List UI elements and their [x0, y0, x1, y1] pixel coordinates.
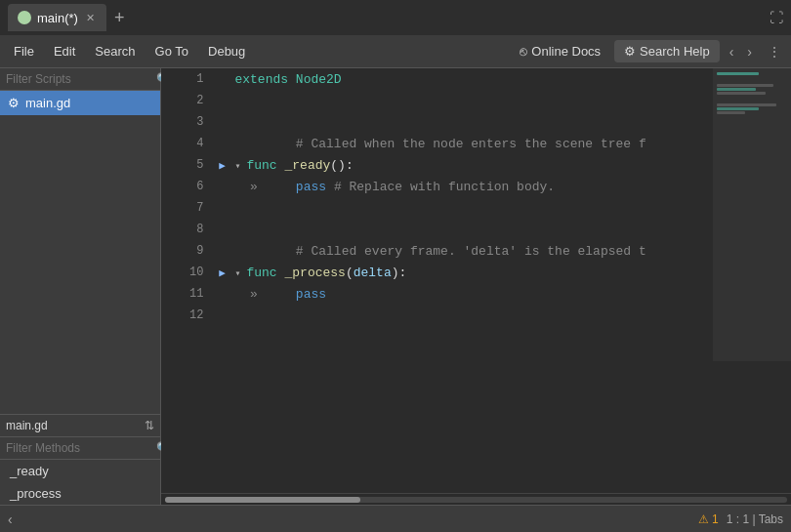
line-fold-arrow	[213, 219, 230, 240]
tab-close-button[interactable]: ✕	[84, 12, 97, 24]
line-fold-arrow	[213, 240, 230, 262]
main-content: 🔍 ⚙ main.gd main.gd ⇅ 🔍 _ready _process …	[0, 68, 791, 505]
line-number: 2	[161, 90, 213, 111]
line-code	[230, 305, 791, 326]
tab-label: main(*)	[37, 11, 78, 25]
minimap-line	[717, 72, 759, 75]
table-row: 3	[161, 111, 791, 133]
table-row: 1extends Node2D	[161, 68, 791, 90]
nav-arrows: ‹ ›	[724, 40, 758, 63]
code-token: func	[246, 266, 284, 280]
filter-methods-input[interactable]	[6, 441, 152, 455]
nav-forward-button[interactable]: ›	[741, 40, 758, 63]
line-fold-arrow	[213, 133, 230, 154]
line-fold-arrow	[213, 305, 230, 326]
menu-debug[interactable]: Debug	[198, 40, 255, 62]
menu-file[interactable]: File	[4, 40, 44, 62]
sort-icon: ⇅	[145, 419, 154, 432]
horizontal-scrollbar[interactable]	[161, 493, 791, 505]
line-fold-arrow	[213, 197, 230, 219]
line-code	[230, 219, 791, 240]
code-area[interactable]: 1extends Node2D234 # Called when the nod…	[161, 68, 791, 493]
titlebar: main(*) ✕ + ⛶	[0, 0, 791, 35]
line-fold-arrow	[213, 90, 230, 111]
sidebar-item-maingd[interactable]: ⚙ main.gd	[0, 91, 160, 115]
method-ready[interactable]: _ready	[0, 460, 160, 482]
sidebar: 🔍 ⚙ main.gd main.gd ⇅ 🔍 _ready _process	[0, 68, 161, 505]
code-token: Node2D	[296, 72, 342, 87]
gear-icon: ⚙	[8, 96, 20, 110]
code-token: (	[346, 266, 354, 280]
filter-scripts-row: 🔍	[0, 68, 160, 91]
minimap-content	[713, 68, 791, 123]
code-token: ▾	[234, 268, 246, 279]
line-code: # Called when the node enters the scene …	[230, 133, 791, 154]
line-number: 10	[161, 262, 213, 283]
line-number: 5	[161, 154, 213, 176]
code-token: func	[246, 158, 284, 173]
line-number: 3	[161, 111, 213, 133]
line-number: 9	[161, 240, 213, 262]
menubar-right: ⎋ Online Docs ⚙ Search Help ‹ › ⋮	[510, 40, 787, 63]
line-code: ▾ func _process(delta):	[230, 262, 791, 283]
nav-back-button[interactable]: ‹	[724, 40, 740, 63]
search-help-button[interactable]: ⚙ Search Help	[614, 40, 720, 62]
run-line-icon: ▶	[219, 160, 226, 172]
line-fold-arrow[interactable]: ▶	[213, 262, 230, 283]
line-number: 1	[161, 68, 213, 90]
line-code	[230, 111, 791, 133]
statusbar: ‹ ⚠ 1 1 : 1 | Tabs	[0, 505, 791, 532]
code-table: 1extends Node2D234 # Called when the nod…	[161, 68, 791, 326]
line-number: 6	[161, 176, 213, 197]
table-row: 4 # Called when the node enters the scen…	[161, 133, 791, 154]
add-tab-button[interactable]: +	[114, 8, 125, 28]
online-docs-button[interactable]: ⎋ Online Docs	[510, 40, 610, 62]
menu-goto[interactable]: Go To	[146, 40, 198, 62]
line-code	[230, 197, 791, 219]
code-token: ):	[392, 266, 407, 280]
line-code	[230, 90, 791, 111]
table-row: 6 » pass # Replace with function body.	[161, 176, 791, 197]
file-row: main.gd ⇅	[0, 415, 160, 437]
maximize-button[interactable]: ⛶	[770, 10, 783, 25]
tab-icon	[18, 11, 31, 24]
code-token: pass	[296, 180, 326, 194]
code-editor: 1extends Node2D234 # Called when the nod…	[161, 68, 791, 505]
nav-menu-button[interactable]: ⋮	[762, 40, 787, 63]
line-fold-arrow	[213, 283, 230, 305]
menu-search[interactable]: Search	[85, 40, 145, 62]
line-fold-arrow[interactable]: ▶	[213, 154, 230, 176]
filter-scripts-input[interactable]	[6, 72, 152, 86]
code-token: _ready	[284, 158, 330, 173]
main-tab[interactable]: main(*) ✕	[8, 4, 106, 31]
method-process[interactable]: _process	[0, 482, 160, 505]
line-code: # Called every frame. 'delta' is the ela…	[230, 240, 791, 262]
line-number: 12	[161, 305, 213, 326]
scrollbar-thumb[interactable]	[165, 497, 360, 503]
code-token: ▾	[234, 161, 246, 172]
code-token: _process	[284, 266, 345, 280]
table-row: 2	[161, 90, 791, 111]
file-label: main.gd	[6, 419, 141, 432]
minimap-line	[717, 103, 776, 106]
line-number: 11	[161, 283, 213, 305]
minimap-line	[717, 84, 773, 87]
line-fold-arrow	[213, 111, 230, 133]
minimap-line	[717, 111, 745, 114]
line-number: 8	[161, 219, 213, 240]
menu-edit[interactable]: Edit	[44, 40, 85, 62]
line-number: 4	[161, 133, 213, 154]
status-back-arrow[interactable]: ‹	[8, 512, 13, 527]
code-token: # Called every frame. 'delta' is the ela…	[234, 244, 645, 259]
warning-count: 1	[712, 512, 719, 526]
online-docs-label: Online Docs	[531, 44, 601, 59]
external-link-icon: ⎋	[520, 44, 527, 59]
scrollbar-track[interactable]	[165, 497, 787, 503]
table-row: 5▶▾ func _ready():	[161, 154, 791, 176]
code-token: # Called when the node enters the scene …	[234, 137, 645, 151]
status-warning: ⚠ 1	[698, 512, 719, 526]
code-token: # Replace with function body.	[326, 180, 555, 194]
table-row: 9 # Called every frame. 'delta' is the e…	[161, 240, 791, 262]
line-number: 7	[161, 197, 213, 219]
sidebar-bottom: main.gd ⇅ 🔍 _ready _process	[0, 414, 160, 505]
